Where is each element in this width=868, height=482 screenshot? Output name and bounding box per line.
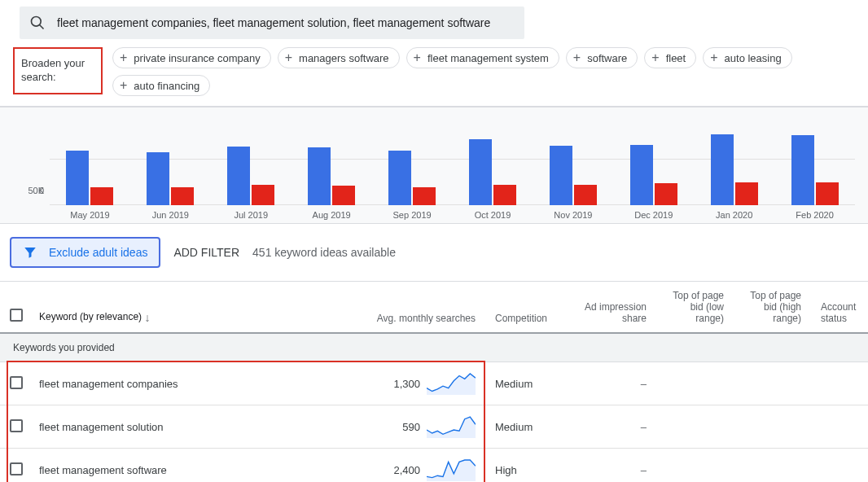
chip-label: software [587, 52, 627, 64]
month-label: Sep 2019 [393, 210, 432, 220]
month-label: Dec 2019 [634, 210, 673, 220]
cell-adshare: – [567, 449, 656, 483]
bar-series-b [493, 185, 516, 205]
month-label: Jan 2020 [716, 210, 752, 220]
month-group: Sep 2019 [372, 151, 453, 220]
bar-series-b [816, 182, 839, 205]
sort-arrow-icon: ↓ [144, 311, 150, 324]
plus-icon: + [651, 51, 659, 64]
month-label: Feb 2020 [796, 210, 833, 220]
bar-series-b [252, 185, 274, 205]
col-adshare[interactable]: Ad impression share [567, 282, 656, 334]
cell-avg: 1,300 [393, 378, 420, 390]
exclude-adult-filter[interactable]: Exclude adult ideas [10, 237, 160, 268]
cell-competition: Medium [485, 405, 567, 449]
cell-keyword[interactable]: fleet management solution [29, 405, 355, 449]
sparkline [427, 458, 476, 481]
month-group: Jun 2019 [130, 152, 211, 220]
broaden-chip[interactable]: +fleet management system [406, 47, 559, 68]
broaden-chip[interactable]: +auto leasing [703, 47, 791, 68]
bar-series-a [147, 152, 169, 205]
broaden-chip[interactable]: +fleet [644, 47, 696, 68]
month-group: Aug 2019 [292, 147, 372, 220]
search-icon [29, 15, 46, 31]
bar-series-a [66, 151, 89, 205]
broaden-chip[interactable]: +managers software [278, 47, 400, 68]
bar-series-a [227, 147, 250, 205]
cell-keyword[interactable]: fleet management companies [29, 362, 355, 405]
plus-icon: + [573, 51, 581, 64]
month-group: Feb 2020 [774, 135, 855, 220]
plus-icon: + [120, 51, 127, 64]
bar-series-a [711, 134, 734, 205]
cell-adshare: – [567, 405, 656, 449]
svg-line-1 [40, 25, 44, 29]
cell-keyword[interactable]: fleet management software [29, 449, 355, 483]
search-bar[interactable]: fleet management companies, fleet manage… [20, 7, 524, 39]
col-bidhigh[interactable]: Top of page bid (high range) [734, 282, 811, 334]
chart-bars: May 2019Jun 2019Jul 2019Aug 2019Sep 2019… [49, 114, 855, 220]
bar-series-b [171, 187, 194, 205]
select-all-checkbox[interactable] [10, 309, 23, 322]
bar-series-a [469, 139, 492, 205]
chart-y-axis: 50K 0 [13, 114, 49, 220]
broaden-chip[interactable]: +private insurance company [112, 47, 271, 68]
cell-competition: Medium [485, 362, 567, 405]
chip-label: auto leasing [725, 52, 782, 64]
plus-icon: + [120, 79, 127, 92]
month-label: Jul 2019 [234, 210, 268, 220]
month-label: Aug 2019 [313, 210, 351, 220]
plus-icon: + [710, 51, 717, 64]
cell-avg: 590 [402, 421, 420, 433]
cell-competition: High [485, 449, 567, 483]
month-label: Oct 2019 [475, 210, 511, 220]
col-status[interactable]: Account status [811, 282, 868, 334]
month-label: May 2019 [70, 210, 109, 220]
bar-series-b [655, 183, 677, 205]
row-checkbox[interactable] [10, 419, 23, 432]
month-group: Dec 2019 [613, 145, 694, 220]
month-group: Oct 2019 [453, 139, 533, 220]
exclude-label: Exclude adult ideas [49, 246, 147, 259]
bar-series-b [90, 187, 113, 205]
sparkline [427, 372, 476, 395]
row-checkbox[interactable] [10, 462, 23, 475]
keywords-table: Keyword (by relevance) ↓ Avg. monthly se… [0, 281, 868, 482]
plus-icon: + [414, 51, 421, 64]
month-group: Jan 2020 [694, 134, 774, 220]
col-competition[interactable]: Competition [485, 282, 567, 334]
ideas-count: 451 keyword ideas available [252, 246, 396, 259]
bar-series-b [332, 186, 355, 205]
bar-series-b [735, 182, 758, 205]
row-checkbox[interactable] [10, 376, 23, 389]
add-filter-button[interactable]: ADD FILTER [173, 246, 239, 259]
month-group: May 2019 [50, 151, 130, 220]
search-query-text: fleet management companies, fleet manage… [57, 16, 490, 29]
broaden-chip[interactable]: +auto financing [112, 75, 210, 96]
broaden-label: Broaden your search: [13, 47, 103, 94]
broaden-chips: +private insurance company+managers soft… [112, 47, 855, 96]
chip-label: fleet management system [427, 52, 549, 64]
chip-label: fleet [666, 52, 686, 64]
chip-label: managers software [299, 52, 389, 64]
bar-series-b [574, 185, 597, 205]
col-keyword[interactable]: Keyword (by relevance) [39, 311, 142, 322]
bar-series-a [388, 151, 411, 205]
plus-icon: + [285, 51, 292, 64]
month-label: Nov 2019 [554, 210, 592, 220]
month-group: Nov 2019 [533, 146, 613, 220]
broaden-chip[interactable]: +software [566, 47, 638, 68]
funnel-icon [23, 245, 37, 260]
section-keywords-provided: Keywords you provided [0, 333, 868, 362]
col-avg[interactable]: Avg. monthly searches [355, 282, 485, 334]
bar-series-a [550, 146, 572, 205]
y-tick-0: 0 [39, 186, 44, 195]
col-bidlow[interactable]: Top of page bid (low range) [656, 282, 734, 334]
trend-chart: 50K 0 May 2019Jun 2019Jul 2019Aug 2019Se… [0, 107, 868, 224]
table-row: fleet management companies1,300Medium– [0, 362, 868, 405]
bar-series-b [413, 187, 436, 205]
sparkline [427, 415, 476, 438]
bar-series-a [791, 135, 814, 205]
cell-avg: 2,400 [393, 464, 420, 476]
table-row: fleet management software2,400High– [0, 449, 868, 483]
